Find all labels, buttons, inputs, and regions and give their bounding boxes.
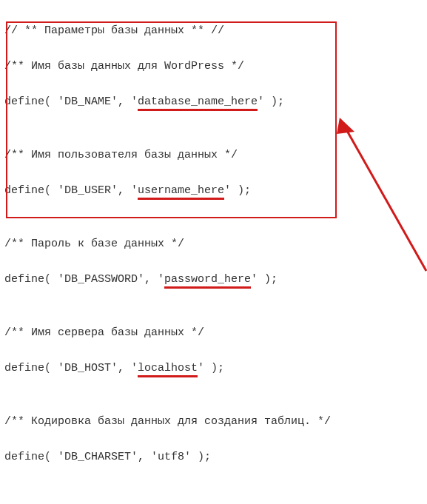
code-text: define( 'DB_PASSWORD', ': [4, 273, 164, 286]
code-line: /** Имя сервера базы данных */: [4, 324, 427, 342]
code-text: define( 'DB_USER', ': [4, 184, 138, 197]
code-text: define( 'DB_HOST', ': [4, 362, 138, 374]
code-line: /** Имя пользователя базы данных */: [4, 147, 427, 164]
code-line: define( 'DB_HOST', 'localhost' );: [4, 360, 427, 377]
code-line: /** Пароль к базе данных */: [4, 235, 427, 253]
code-line: /** Кодировка базы данных для создания т…: [4, 413, 427, 431]
code-text: ' );: [198, 362, 224, 374]
code-block: // ** Параметры базы данных ** // /** Им…: [4, 4, 427, 504]
code-line: /** Имя базы данных для WordPress */: [4, 58, 427, 75]
db-user-value: username_here: [138, 184, 224, 200]
code-text: ' );: [258, 95, 284, 108]
db-name-value: database_name_here: [138, 95, 258, 111]
svg-marker-1: [337, 118, 354, 134]
code-line: define( 'DB_CHARSET', 'utf8' );: [4, 448, 427, 466]
code-line: define( 'DB_PASSWORD', 'password_here' )…: [4, 271, 427, 289]
code-text: ' );: [251, 273, 278, 286]
code-line: // ** Параметры базы данных ** //: [4, 22, 427, 40]
code-text: define( 'DB_NAME', ': [4, 95, 138, 108]
db-password-value: password_here: [164, 273, 251, 289]
db-host-value: localhost: [138, 362, 198, 377]
code-line: define( 'DB_USER', 'username_here' );: [4, 182, 427, 200]
code-text: ' );: [224, 184, 251, 197]
code-line: define( 'DB_NAME', 'database_name_here' …: [4, 93, 427, 111]
